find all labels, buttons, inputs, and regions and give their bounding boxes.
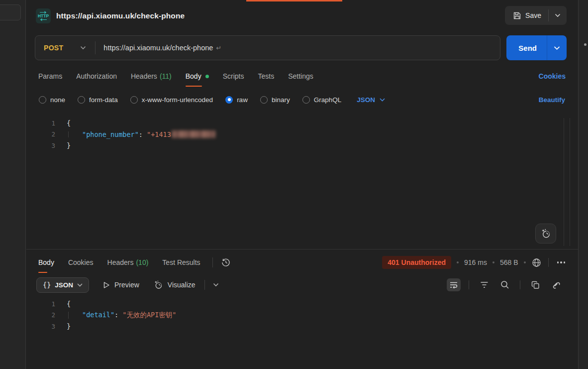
radio-form-data[interactable] bbox=[78, 96, 85, 104]
response-toolbar: {} JSON Preview V bbox=[26, 275, 578, 295]
filter-icon bbox=[480, 281, 489, 288]
code-open-brace: { bbox=[67, 300, 71, 308]
method-selector[interactable]: POST bbox=[35, 44, 95, 52]
response-more-options-button[interactable] bbox=[555, 259, 568, 265]
response-meta: 401 Unauthorized 916 ms 568 B bbox=[382, 252, 567, 273]
response-format-selector[interactable]: {} JSON bbox=[36, 277, 89, 293]
body-type-binary-label: binary bbox=[272, 96, 290, 104]
request-response-divider[interactable] bbox=[26, 249, 578, 249]
code-line: 1 { bbox=[26, 118, 578, 129]
sidebar-collapsed-tab[interactable] bbox=[0, 4, 21, 20]
response-body-editor[interactable]: 1 { 2 "detail": "无效的API密钥" 3 } bbox=[26, 297, 578, 347]
meta-separator-dot bbox=[492, 261, 494, 263]
response-tabs-divider bbox=[212, 257, 213, 267]
request-header-row: HTTP https://api.xiaomu.uk/check-phone bbox=[26, 4, 578, 28]
tab-headers-label: Headers bbox=[131, 72, 157, 80]
cookies-link[interactable]: Cookies bbox=[539, 72, 566, 80]
request-body-editor[interactable]: 1 { 2 "phone_number": "+1413 3 } bbox=[26, 116, 578, 249]
tab-authorization-label: Authorization bbox=[76, 72, 117, 80]
save-button-label: Save bbox=[525, 11, 541, 19]
body-type-graphql[interactable]: GraphQL bbox=[302, 96, 342, 104]
save-button-main[interactable]: Save bbox=[505, 6, 548, 25]
request-url-row: POST https://api.xiaomu.uk/check-phone ↵… bbox=[26, 35, 578, 60]
radio-graphql[interactable] bbox=[302, 96, 310, 104]
visualize-button[interactable]: Visualize bbox=[153, 280, 196, 290]
send-button[interactable]: Send bbox=[506, 35, 567, 60]
body-type-raw[interactable]: raw bbox=[225, 96, 248, 104]
link-icon bbox=[552, 280, 561, 289]
tools-divider bbox=[520, 280, 520, 289]
toolbar-collapse-button[interactable] bbox=[213, 283, 219, 287]
request-tabs-row: Params Authorization Headers (11) Body S… bbox=[26, 66, 578, 87]
body-type-none[interactable]: none bbox=[39, 96, 65, 104]
code-line: 3 } bbox=[26, 140, 578, 151]
tab-headers[interactable]: Headers (11) bbox=[131, 66, 172, 87]
response-tab-cookies[interactable]: Cookies bbox=[68, 252, 94, 273]
response-history-button[interactable] bbox=[221, 257, 231, 267]
wrap-text-icon bbox=[449, 281, 458, 289]
preview-button[interactable]: Preview bbox=[103, 281, 139, 289]
code-colon: : bbox=[114, 311, 122, 319]
line-number: 3 bbox=[26, 142, 55, 149]
response-headers-count-badge: (10) bbox=[136, 258, 148, 266]
beautify-link[interactable]: Beautify bbox=[539, 96, 565, 104]
postbot-button[interactable] bbox=[535, 224, 556, 244]
network-info-button[interactable] bbox=[531, 257, 542, 268]
main-panel: HTTP https://api.xiaomu.uk/check-phone bbox=[26, 0, 578, 369]
status-badge[interactable]: 401 Unauthorized bbox=[382, 256, 451, 269]
play-icon bbox=[103, 281, 110, 289]
response-tab-headers[interactable]: Headers (10) bbox=[107, 252, 149, 273]
tools-divider bbox=[469, 280, 469, 289]
right-sidebar bbox=[578, 0, 588, 369]
language-chevron-icon bbox=[380, 98, 385, 102]
save-options-button[interactable] bbox=[549, 6, 567, 25]
response-tab-test-results[interactable]: Test Results bbox=[162, 252, 200, 273]
search-button[interactable] bbox=[498, 278, 512, 291]
response-tab-body[interactable]: Body bbox=[38, 252, 54, 273]
editor-scroll-track[interactable] bbox=[570, 118, 570, 246]
editor-scroll-track[interactable] bbox=[564, 118, 564, 246]
tab-tests[interactable]: Tests bbox=[258, 66, 274, 87]
tab-body[interactable]: Body bbox=[186, 66, 209, 87]
send-button-main[interactable]: Send bbox=[506, 35, 547, 60]
raw-language-selector[interactable]: JSON bbox=[357, 96, 385, 104]
right-rail-handle-dot[interactable] bbox=[584, 43, 587, 46]
tab-scripts[interactable]: Scripts bbox=[223, 66, 244, 87]
send-button-label: Send bbox=[518, 44, 537, 52]
tab-settings[interactable]: Settings bbox=[288, 66, 313, 87]
ellipsis-icon bbox=[557, 261, 559, 263]
body-type-binary[interactable]: binary bbox=[260, 96, 290, 104]
history-clock-icon bbox=[221, 257, 231, 267]
line-number: 3 bbox=[26, 323, 55, 330]
body-type-form-data-label: form-data bbox=[89, 96, 118, 104]
response-tabs-row: Body Cookies Headers (10) Test Results bbox=[26, 252, 578, 273]
radio-binary[interactable] bbox=[260, 96, 268, 104]
preview-label: Preview bbox=[114, 281, 139, 289]
radio-raw-selected[interactable] bbox=[225, 96, 233, 104]
link-button[interactable] bbox=[549, 278, 563, 291]
response-time[interactable]: 916 ms bbox=[464, 258, 487, 266]
tab-authorization[interactable]: Authorization bbox=[76, 66, 117, 87]
code-line: 1 { bbox=[26, 298, 578, 310]
radio-none[interactable] bbox=[39, 96, 46, 104]
body-type-none-label: none bbox=[50, 96, 65, 104]
radio-urlencoded[interactable] bbox=[130, 96, 138, 104]
toolbar-divider bbox=[204, 280, 205, 290]
headers-count-badge: (11) bbox=[160, 72, 172, 80]
response-tab-test-results-label: Test Results bbox=[162, 258, 200, 266]
send-options-button[interactable] bbox=[547, 35, 567, 60]
tab-params-label: Params bbox=[38, 72, 62, 80]
tab-params[interactable]: Params bbox=[38, 66, 62, 87]
response-size[interactable]: 568 B bbox=[500, 258, 518, 266]
code-key: "phone_number" bbox=[82, 130, 139, 138]
indent-guide bbox=[68, 131, 69, 137]
save-button[interactable]: Save bbox=[505, 6, 567, 25]
body-type-urlencoded[interactable]: x-www-form-urlencoded bbox=[130, 96, 213, 104]
wrap-text-button[interactable] bbox=[447, 278, 461, 291]
left-sidebar bbox=[0, 0, 26, 369]
copy-button[interactable] bbox=[528, 278, 542, 291]
code-line: 3 } bbox=[26, 321, 578, 332]
body-type-form-data[interactable]: form-data bbox=[78, 96, 118, 104]
url-input[interactable]: https://api.xiaomu.uk/check-phone bbox=[103, 44, 213, 52]
filter-button[interactable] bbox=[477, 278, 491, 291]
